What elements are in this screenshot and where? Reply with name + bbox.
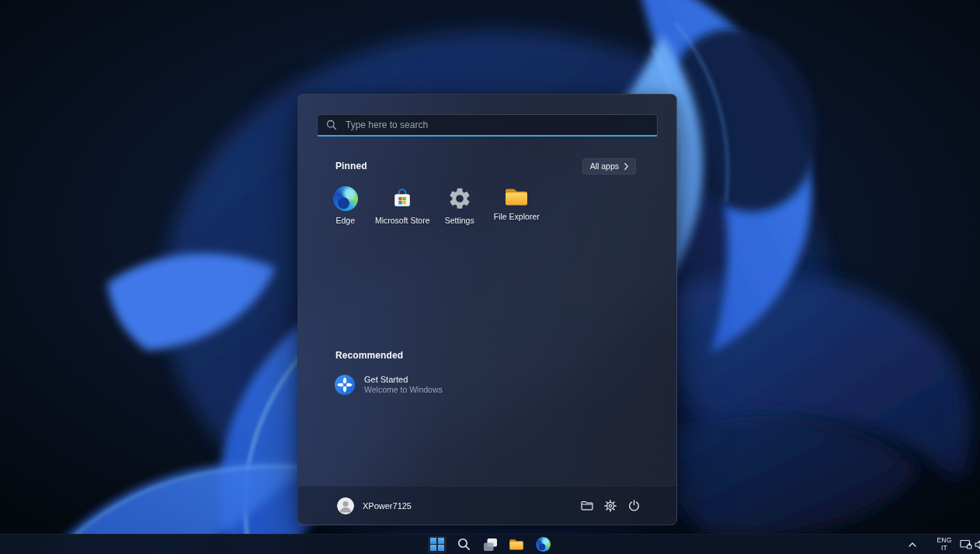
chevron-up-icon — [909, 542, 916, 547]
taskbar-edge-button[interactable] — [533, 536, 552, 553]
search-box[interactable] — [317, 114, 658, 137]
recommended-title: Recommended — [335, 350, 403, 361]
search-input[interactable] — [344, 119, 648, 131]
chevron-right-icon — [624, 163, 628, 170]
settings-gear-icon — [447, 186, 472, 211]
taskbar: ENG IT — [0, 534, 980, 554]
user-profile-button[interactable]: XPower7125 — [334, 494, 421, 518]
pinned-app-settings[interactable]: Settings — [431, 185, 488, 234]
app-label: Edge — [335, 216, 355, 225]
recommended-header-row: Recommended — [335, 348, 636, 363]
pinned-app-file-explorer[interactable]: File Explorer — [488, 185, 546, 234]
start-button[interactable] — [428, 536, 447, 553]
all-apps-button[interactable]: All apps — [582, 158, 636, 175]
tray-chevron-button[interactable] — [905, 535, 920, 554]
power-icon — [628, 500, 640, 511]
microsoft-store-icon — [390, 186, 415, 211]
footer-actions — [575, 494, 645, 518]
taskbar-file-explorer-button[interactable] — [507, 536, 526, 553]
all-apps-label: All apps — [590, 161, 619, 171]
tray-network-button[interactable] — [958, 535, 974, 554]
network-ethernet-icon — [960, 539, 972, 550]
documents-folder-button[interactable] — [575, 494, 599, 518]
windows-start-icon — [430, 538, 444, 552]
app-label: File Explorer — [494, 212, 540, 221]
pinned-app-microsoft-store[interactable]: Microsoft Store — [374, 185, 432, 234]
user-avatar — [337, 497, 354, 514]
recommended-item-title: Get Started — [364, 375, 443, 385]
taskbar-search-button[interactable] — [454, 536, 473, 553]
tray-language-button[interactable]: ENG IT — [934, 535, 954, 554]
edge-icon — [536, 537, 551, 552]
language-secondary: IT — [941, 545, 947, 552]
edge-icon — [333, 186, 358, 211]
get-started-pinwheel-icon — [335, 375, 355, 395]
app-label: Microsoft Store — [375, 216, 430, 225]
task-view-icon — [483, 538, 498, 552]
start-menu-footer: XPower7125 — [298, 486, 676, 525]
taskbar-center-group — [428, 535, 552, 554]
recommended-item-text: Get Started Welcome to Windows — [364, 375, 443, 395]
search-icon — [457, 538, 471, 551]
documents-folder-icon — [581, 500, 593, 511]
pinned-app-grid: Edge Microsoft Store Settings — [317, 185, 545, 234]
user-name: XPower7125 — [363, 501, 412, 511]
file-explorer-folder-icon — [509, 538, 524, 551]
recommended-item-subtitle: Welcome to Windows — [364, 385, 443, 395]
tray-speaker-button[interactable] — [974, 535, 980, 554]
start-menu-panel: Pinned All apps Edge — [297, 94, 677, 525]
task-view-button[interactable] — [481, 536, 499, 553]
pinned-title: Pinned — [335, 161, 367, 171]
recommended-item-get-started[interactable]: Get Started Welcome to Windows — [326, 368, 497, 402]
pinned-app-edge[interactable]: Edge — [317, 185, 374, 234]
app-label: Settings — [445, 216, 474, 225]
desktop: Pinned All apps Edge — [0, 0, 980, 554]
settings-gear-icon — [604, 500, 617, 512]
speaker-icon — [975, 540, 980, 549]
settings-button[interactable] — [599, 494, 622, 518]
file-explorer-folder-icon — [504, 186, 529, 207]
search-icon — [326, 119, 337, 130]
power-button[interactable] — [622, 494, 645, 518]
pinned-header-row: Pinned All apps — [335, 158, 636, 174]
